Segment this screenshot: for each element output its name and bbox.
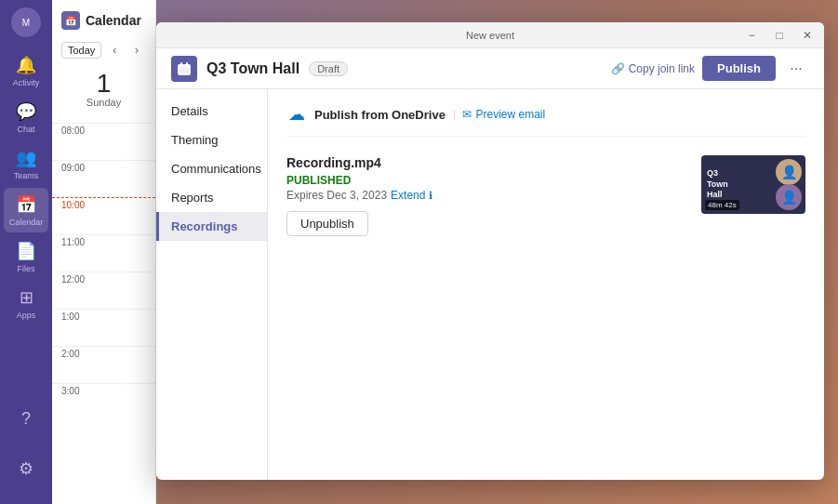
svg-rect-2 [180,62,182,66]
day-display: 1 Sunday [52,63,155,115]
recording-thumbnail: Q3TownHall 👤 👤 48m 42s [701,155,805,214]
preview-email-link[interactable]: ✉ Preview email [462,108,545,121]
preview-email-label: Preview email [475,108,545,121]
publish-source-label: Publish from OneDrive [314,108,446,122]
divider: | [453,110,456,120]
title-bar-text: New event [466,30,514,41]
sidebar-item-activity[interactable]: 🔔 Activity [4,48,48,93]
more-options-button[interactable]: ··· [783,56,809,82]
sidebar-item-help[interactable]: ? [4,396,48,441]
sidebar-item-calendar[interactable]: 📅 Calendar [4,188,48,232]
teams-icon: 👥 [16,148,36,168]
time-slot-0800: 08:00 [52,123,155,160]
settings-icon: ⚙ [19,458,33,479]
extend-link[interactable]: Extend [391,189,425,202]
time-slot-1300: 1:00 [52,309,155,346]
info-icon[interactable]: ℹ [429,190,432,202]
copy-join-link-label: Copy join link [629,62,695,75]
sidebar-item-label: Teams [14,171,39,180]
user-avatar[interactable]: M [11,7,41,37]
header-actions: 🔗 Copy join link Publish ··· [611,56,809,82]
nav-item-details[interactable]: Details [156,97,267,126]
onedrive-icon: ☁ [286,104,307,125]
sidebar-item-label: Chat [17,125,34,134]
activity-icon: 🔔 [16,55,36,75]
sidebar-item-settings[interactable]: ⚙ [4,446,48,491]
close-button[interactable]: ✕ [794,22,820,48]
day-name: Sunday [60,97,148,108]
draft-badge: Draft [309,61,348,76]
calendar-panel-title: Calendar [86,13,141,28]
nav-item-recordings[interactable]: Recordings [156,212,267,241]
recording-card: Recording.mp4 PUBLISHED Expires Dec 3, 2… [286,155,805,236]
nav-item-communications[interactable]: Communications [156,154,267,183]
time-slot-0900: 09:00 [52,160,155,197]
help-icon: ? [21,409,31,429]
recording-info: Recording.mp4 PUBLISHED Expires Dec 3, 2… [286,155,686,236]
content-area: ☁ Publish from OneDrive | ✉ Preview emai… [268,89,824,480]
sidebar-item-chat[interactable]: 💬 Chat [4,95,48,139]
thumbnail-title: Q3TownHall [707,168,800,201]
sidebar-item-label: Calendar [9,218,44,227]
chat-icon: 💬 [16,101,36,122]
next-arrow[interactable]: › [127,41,146,60]
sidebar-item-teams[interactable]: 👥 Teams [4,141,48,186]
sidebar-item-apps[interactable]: ⊞ Apps [4,281,48,325]
nav-item-reports[interactable]: Reports [156,183,267,212]
recording-duration: 48m 42s [705,200,739,210]
title-bar: New event − □ ✕ [156,22,824,48]
maximize-button[interactable]: □ [766,22,792,48]
desktop: M 🔔 Activity 💬 Chat 👥 Teams 📅 Calendar 📄… [0,0,838,504]
sidebar-item-label: Files [17,264,34,273]
calendar-panel: 📅 Calendar Today ‹ › 1 Sunday 08:00 09:0… [52,0,156,504]
files-icon: 📄 [16,241,36,261]
nav-item-theming[interactable]: Theming [156,126,267,154]
time-slots: 08:00 09:00 10:00 11:00 12:00 1:00 2:00 … [52,115,155,428]
rail-bottom: ? ⚙ [4,396,48,504]
event-title: Q3 Town Hall [206,60,299,77]
calendar-nav: Today ‹ › [52,37,155,63]
today-button[interactable]: Today [61,42,101,59]
event-modal: New event − □ ✕ Q3 Town Hall Draft [156,22,824,480]
window-body: Details Theming Communications Reports R… [156,89,824,480]
calendar-icon: 📅 [16,194,36,215]
window-controls: − □ ✕ [738,22,820,47]
calendar-app-icon: 📅 [61,11,80,30]
mail-icon: ✉ [462,108,472,121]
unpublish-button[interactable]: Unpublish [286,211,368,236]
apps-icon: ⊞ [20,287,33,308]
cloud-icon: ☁ [288,104,305,125]
calendar-header: 📅 Calendar [52,0,155,37]
teams-rail: M 🔔 Activity 💬 Chat 👥 Teams 📅 Calendar 📄… [0,0,52,504]
prev-arrow[interactable]: ‹ [105,41,124,60]
time-slot-1400: 2:00 [52,346,155,383]
copy-join-link-button[interactable]: 🔗 Copy join link [611,62,695,75]
minimize-button[interactable]: − [738,22,765,48]
recording-filename: Recording.mp4 [286,155,686,170]
event-icon [171,56,197,82]
publish-button[interactable]: Publish [702,56,776,81]
link-icon: 🔗 [611,62,625,75]
published-status: PUBLISHED [286,174,686,187]
sidebar-item-label: Apps [17,311,36,320]
day-number: 1 [60,71,148,97]
left-nav: Details Theming Communications Reports R… [156,89,268,480]
window-header: Q3 Town Hall Draft 🔗 Copy join link Publ… [156,48,824,89]
sidebar-item-files[interactable]: 📄 Files [4,234,48,279]
sidebar-item-label: Activity [13,78,40,87]
time-slot-1200: 12:00 [52,272,155,309]
expires-text: Expires Dec 3, 2023 Extend ℹ [286,189,686,202]
svg-rect-3 [186,62,188,66]
time-slot-1500: 3:00 [52,383,155,420]
time-slot-1100: 11:00 [52,234,155,272]
time-slot-1000: 10:00 [52,197,155,234]
svg-rect-1 [178,64,191,68]
publish-source-bar: ☁ Publish from OneDrive | ✉ Preview emai… [286,104,805,137]
expires-label: Expires Dec 3, 2023 [286,189,387,202]
